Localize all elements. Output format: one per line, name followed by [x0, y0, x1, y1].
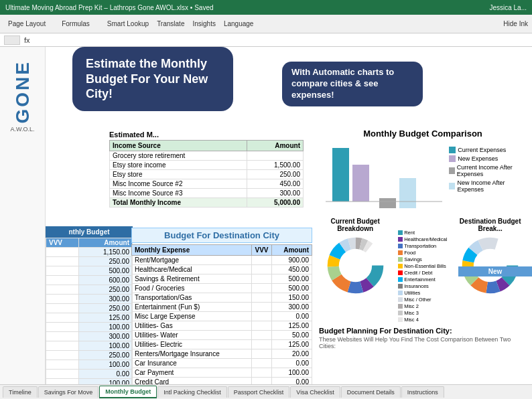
budget-col1-header: Monthly Expense — [132, 245, 252, 256]
legend-credit: Credit / Debt — [398, 270, 447, 276]
charts-area: Monthly Budget Comparison — [314, 126, 532, 370]
legend-rent: Rent — [398, 230, 447, 236]
legend-healthcare: Healthcare/Medical — [398, 236, 447, 242]
promo-bubble: Estimate the Monthly Budget For Your New… — [72, 47, 233, 111]
income-total-amount: 5,000.00 — [247, 198, 304, 208]
tab-savings-for-move[interactable]: Savings For Move — [38, 386, 99, 398]
tab-timeline[interactable]: Timeline — [3, 386, 38, 398]
income-col2-header: Amount — [247, 141, 304, 151]
legend-new-expenses: New Expenses — [449, 155, 527, 162]
budget-row: Utilities- Gas125.00 — [132, 321, 312, 331]
current-donut-svg — [324, 234, 387, 297]
top-bar: Ultimate Moving Abroad Prep Kit – Lathro… — [0, 0, 532, 15]
budget-col2-header: Amount — [272, 245, 312, 256]
budget-row: Credit Card0.00 — [132, 378, 312, 385]
donut-legend: Rent Healthcare/Medical Transportation F… — [398, 218, 447, 323]
tab-visa-checklist[interactable]: Visa Checklist — [290, 386, 340, 398]
income-row: Misc Income Source #3300.00 — [110, 189, 304, 198]
insights-btn[interactable]: Insights — [192, 20, 215, 27]
language-btn[interactable]: Language — [224, 20, 254, 27]
tab-intl-packing-checklist[interactable]: Intl Packing Checklist — [157, 386, 227, 398]
tab-monthly-budget[interactable]: Monthly Budget — [99, 386, 157, 398]
formula-bar: fx — [0, 33, 532, 47]
legend-transportation: Transportation — [398, 243, 447, 249]
budget-row: Renters/Mortgage Insurance20.00 — [132, 349, 312, 359]
left-amt-14: 0.00 — [78, 370, 132, 379]
income-row: Misc Income Source #2450.00 — [110, 179, 304, 189]
budget-row: Entertainment (Fun $)300.00 — [132, 303, 312, 312]
budget-planning-subtitle: These Websites Will Help You Find The Co… — [319, 336, 527, 349]
logo-awol: A.W.O.L. — [10, 126, 34, 133]
budget-row: Healthcare/Medical450.00 — [132, 265, 312, 274]
legend-savings: Savings — [398, 256, 447, 262]
left-amt-15: 100.00 — [78, 379, 132, 385]
legend-non-essential: Non-Essential Bills — [398, 263, 447, 269]
svg-rect-2 — [379, 198, 396, 208]
legend-utilities: Utilities — [398, 290, 447, 296]
budget-row: Food / Groceries500.00 — [132, 284, 312, 293]
left-amt-12: 250.00 — [78, 351, 132, 360]
left-amt-6: 300.00 — [78, 295, 132, 304]
sidebar-logo: GONE A.W.O.L. — [0, 47, 46, 384]
left-amt-8: 125.00 — [78, 313, 132, 323]
income-row: Etsy store income1,500.00 — [110, 161, 304, 170]
tab-passport-checklist[interactable]: Passport Checklist — [228, 386, 290, 398]
hide-ink-btn[interactable]: Hide Ink — [503, 20, 528, 27]
cell-ref-box[interactable] — [4, 35, 20, 45]
legend-misc-other: Misc / Other — [398, 297, 447, 303]
left-amount-header: Amount — [78, 238, 132, 248]
current-donut-section: Current Budget Breakdown — [319, 218, 391, 297]
income-section: Estimated M... Income Source Amount Groc… — [109, 131, 304, 208]
budget-dest-section: Budget For Destination City Monthly Expe… — [131, 228, 312, 384]
legend-entertainment: Entertainment — [398, 276, 447, 283]
legend-misc2: Misc 2 — [398, 303, 447, 309]
bottom-tabs: TimelineSavings For MoveMonthly BudgetIn… — [0, 384, 532, 399]
ribbon-tab-page-layout[interactable]: Page Layout — [4, 19, 50, 29]
svg-rect-0 — [332, 148, 349, 202]
legend-insurances: Insurances — [398, 283, 447, 289]
budget-row: Misc Large Expense0.00 — [132, 312, 312, 321]
income-table: Income Source Amount Grocery store retir… — [109, 140, 304, 208]
legend-color-new-income — [449, 183, 455, 189]
ribbon-tab-formulas[interactable]: Formulas — [58, 19, 94, 29]
svg-rect-3 — [399, 178, 416, 208]
logo-letters: GONE — [13, 60, 32, 123]
legend-misc3: Misc 3 — [398, 310, 447, 316]
dest-donut-title: Destination Budget Break... — [454, 218, 527, 232]
budget-row: Utilities- Water50.00 — [132, 331, 312, 340]
current-donut-title: Current Budget Breakdown — [319, 218, 391, 232]
budget-planning-title: Budget Planning For Destination City: — [319, 327, 527, 335]
dest-donut-section: Destination Budget Break... — [454, 218, 527, 297]
main-area: GONE A.W.O.L. Estimate the Monthly Budge… — [0, 47, 532, 384]
budget-dest-title: Budget For Destination City — [131, 228, 312, 243]
budget-row: Car Payment100.00 — [132, 368, 312, 378]
budget-planning-section: Budget Planning For Destination City: Th… — [319, 327, 527, 349]
budget-col-vvv: VVV — [252, 245, 272, 256]
new-badge[interactable]: New — [458, 266, 532, 276]
bar-chart-section: Monthly Budget Comparison — [314, 126, 532, 352]
income-title: Estimated M... — [109, 131, 304, 139]
tab-document-details[interactable]: Document Details — [341, 386, 401, 398]
legend-new-income: New Income After Expenses — [449, 179, 527, 193]
left-amt-4: 600.00 — [78, 276, 132, 285]
translate-btn[interactable]: Translate — [157, 20, 184, 27]
left-amt-5: 250.00 — [78, 285, 132, 295]
legend-misc4: Misc 4 — [398, 317, 447, 323]
budget-row: Utilities- Electric125.00 — [132, 340, 312, 349]
left-amt-7: 250.00 — [78, 304, 132, 313]
left-amt-10: 300.00 — [78, 332, 132, 341]
left-amounts-table: VVV Amount 1,150.00 250.00 500.00 600.00… — [46, 238, 133, 384]
bar-chart-title: Monthly Budget Comparison — [319, 129, 527, 139]
legend-current-expenses: Current Expenses — [449, 147, 527, 153]
tab-instructions[interactable]: Instructions — [401, 386, 444, 398]
left-amt-9: 100.00 — [78, 323, 132, 332]
bar-chart-legend: Current Expenses New Expenses Current In… — [449, 141, 527, 193]
dest-donut-svg — [458, 234, 522, 297]
left-amt-3: 500.00 — [78, 266, 132, 276]
left-budget-col: nthly Budget VVV Amount 1,150.00 250.00 … — [46, 226, 133, 384]
smart-lookup-btn[interactable]: Smart Lookup — [107, 20, 149, 27]
monthly-budget-strip: nthly Budget — [46, 226, 133, 238]
legend-food: Food — [398, 250, 447, 256]
income-row: Etsy store250.00 — [110, 170, 304, 179]
income-col1-header: Income Source — [110, 141, 247, 151]
